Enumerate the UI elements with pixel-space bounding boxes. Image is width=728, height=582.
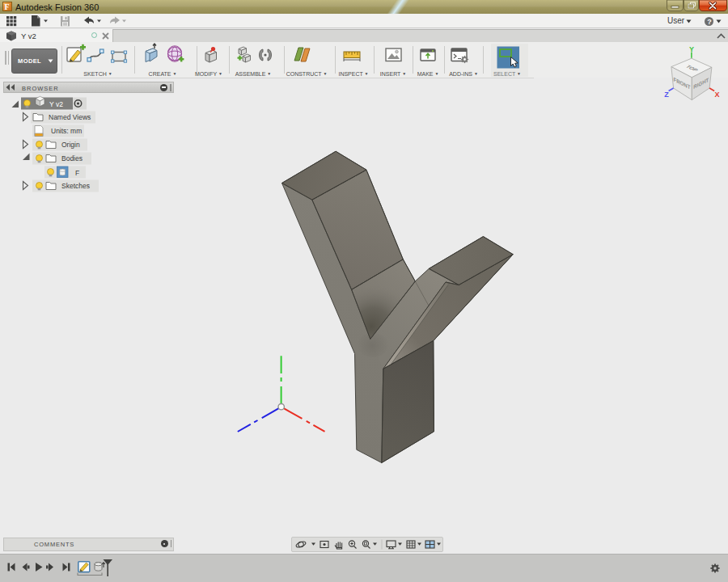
svg-text:Y v2: Y v2 bbox=[49, 100, 63, 108]
svg-text:Units: mm: Units: mm bbox=[51, 127, 82, 135]
svg-text:Sketches: Sketches bbox=[61, 182, 90, 190]
svg-text:Bodies: Bodies bbox=[61, 154, 83, 162]
svg-text:Y: Y bbox=[689, 45, 694, 53]
svg-text:Named Views: Named Views bbox=[49, 113, 91, 121]
svg-text:F: F bbox=[75, 169, 79, 177]
svg-text:X: X bbox=[714, 91, 719, 99]
svg-text:Z: Z bbox=[664, 91, 669, 99]
svg-text:Origin: Origin bbox=[61, 141, 80, 149]
